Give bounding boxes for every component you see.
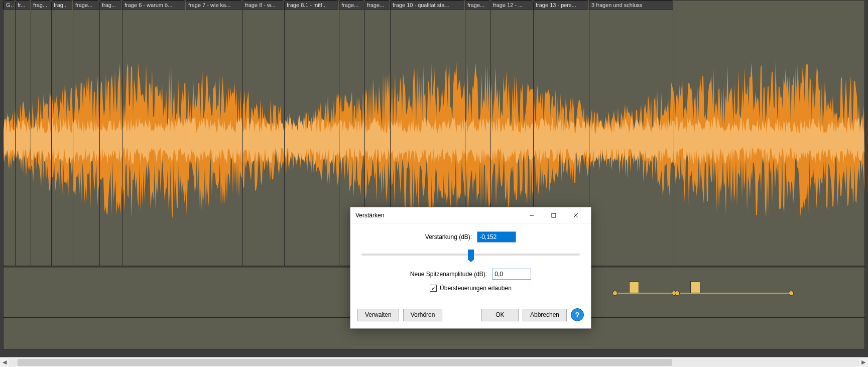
allow-clipping-label: Übersteuerungen erlauben [440, 285, 512, 292]
close-icon [573, 213, 578, 218]
clip-label[interactable]: G... [4, 1, 15, 10]
envelope-node[interactable] [612, 291, 617, 296]
clip-label[interactable]: frage 8 - w... [242, 1, 284, 10]
scroll-track[interactable] [9, 359, 859, 366]
dialog-title: Verstärken [355, 212, 521, 219]
label-marker[interactable] [629, 281, 639, 293]
preview-button[interactable]: Vorhören [403, 309, 443, 321]
clip-label[interactable]: fr... [15, 1, 30, 10]
allow-clipping-checkbox[interactable]: ✓ [430, 285, 437, 292]
horizontal-scrollbar[interactable]: ◀ ▶ [0, 357, 868, 367]
clip-divider [674, 10, 674, 266]
clip-label[interactable]: frag... [51, 1, 72, 10]
clip-label[interactable]: 3 fragen und schluss [589, 1, 673, 10]
label-marker[interactable] [690, 281, 700, 293]
clip-divider [73, 10, 73, 266]
ok-button[interactable]: OK [481, 309, 519, 321]
clip-label[interactable]: frage 13 - pers... [533, 1, 588, 10]
scroll-right-button[interactable]: ▶ [859, 358, 868, 367]
envelope-node[interactable] [675, 291, 680, 296]
clip-label[interactable]: frag... [31, 1, 51, 10]
maximize-button[interactable] [543, 208, 565, 223]
clip-divider [284, 10, 285, 266]
clip-divider [31, 10, 31, 266]
peak-label: Neue Spitzenamplitude (dB): [410, 271, 487, 278]
clip-divider [242, 10, 243, 266]
clip-label[interactable]: frag... [99, 1, 121, 10]
close-button[interactable] [565, 208, 587, 223]
cancel-button[interactable]: Abbrechen [523, 309, 567, 321]
clip-label-row: G...fr...frag...frag...frage...frag...fr… [4, 1, 864, 10]
clip-divider [339, 10, 339, 266]
scroll-thumb[interactable] [18, 359, 672, 366]
scroll-left-button[interactable]: ◀ [0, 358, 9, 367]
gain-input[interactable] [477, 231, 516, 242]
envelope-node[interactable] [789, 291, 794, 296]
clip-label[interactable]: frage... [465, 1, 490, 10]
manage-button[interactable]: Verwalten [357, 309, 399, 321]
dialog-titlebar[interactable]: Verstärken [350, 207, 591, 223]
clip-divider [186, 10, 186, 266]
gain-label: Verstärkung (dB): [425, 233, 472, 240]
clip-label[interactable]: frage 7 - wie ka... [186, 1, 242, 10]
clip-divider [51, 10, 52, 266]
minimize-icon [529, 213, 534, 218]
help-button[interactable]: ? [571, 308, 584, 321]
clip-label[interactable]: frage... [364, 1, 390, 10]
slider-thumb[interactable] [468, 250, 474, 260]
clip-divider [15, 10, 16, 266]
svg-rect-1 [552, 213, 556, 217]
envelope-segment[interactable] [615, 293, 674, 294]
clip-divider [122, 10, 122, 266]
clip-label[interactable]: frage... [339, 1, 364, 10]
gain-slider[interactable] [359, 248, 582, 262]
clip-label[interactable]: frage... [73, 1, 99, 10]
clip-label[interactable]: frage 12 - ... [490, 1, 533, 10]
minimize-button[interactable] [521, 208, 543, 223]
clip-label[interactable]: frage 6 - warum ö... [122, 1, 185, 10]
clip-label[interactable]: frage 10 - qualität sta... [390, 1, 464, 10]
clip-label[interactable]: frage 8.1 - mitf... [284, 1, 338, 10]
peak-input[interactable] [492, 269, 531, 280]
clip-divider [99, 10, 100, 266]
maximize-icon [551, 213, 556, 218]
amplify-dialog: Verstärken Verstärkung (dB): Neue Spitze… [350, 207, 591, 329]
